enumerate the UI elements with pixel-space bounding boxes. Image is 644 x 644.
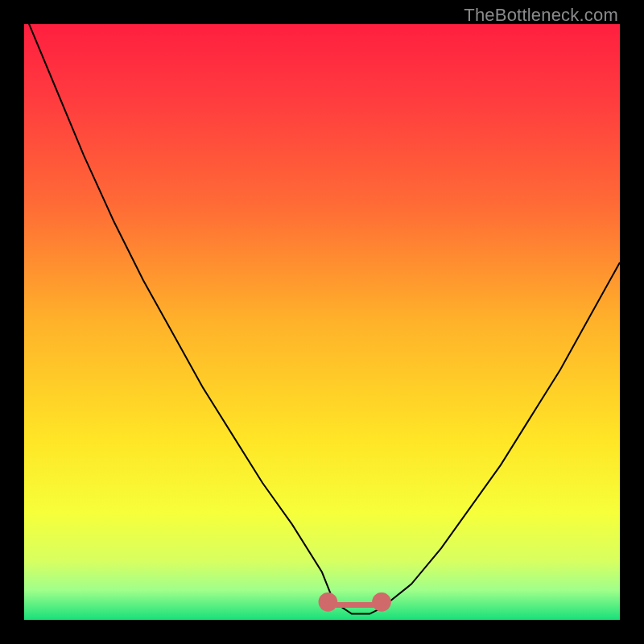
watermark-label: TheBottleneck.com bbox=[464, 5, 618, 26]
optimal-range-dot-right bbox=[372, 592, 391, 612]
gradient-rect bbox=[24, 24, 620, 620]
optimal-range-dot-left bbox=[319, 592, 338, 612]
chart-frame: TheBottleneck.com bbox=[0, 0, 644, 644]
chart-svg bbox=[24, 24, 620, 620]
plot-area bbox=[24, 24, 620, 620]
